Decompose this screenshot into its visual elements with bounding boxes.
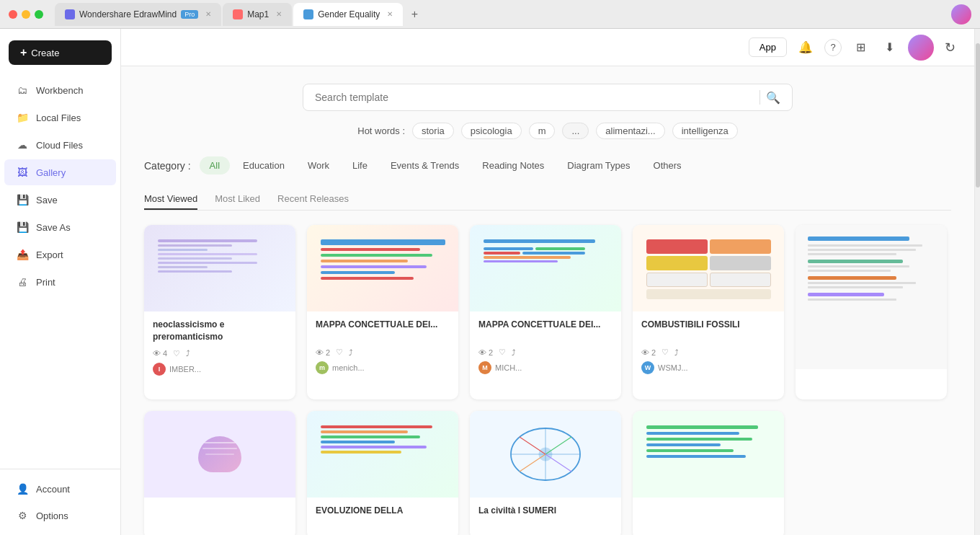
sidebar-item-export-label: Export bbox=[36, 249, 63, 260]
card-stats-2: 👁 2 ♡ ⤴ bbox=[316, 348, 353, 357]
sidebar-item-print[interactable]: 🖨 Print bbox=[4, 269, 116, 295]
category-others[interactable]: Others bbox=[643, 156, 692, 174]
card-stats-4: 👁 2 ♡ ⤴ bbox=[641, 348, 679, 357]
sidebar-item-save-as[interactable]: 💾 Save As bbox=[4, 214, 116, 240]
category-all[interactable]: All bbox=[200, 156, 230, 174]
create-button[interactable]: + Create bbox=[9, 40, 112, 65]
card-body-5 bbox=[796, 369, 947, 399]
gallery-main: 🔍 Hot words : storia psicologia m ... al… bbox=[121, 66, 974, 535]
author-name-2: menich... bbox=[332, 363, 365, 372]
refresh-icon[interactable]: ↻ bbox=[940, 37, 960, 58]
download-icon[interactable]: ⬇ bbox=[879, 37, 899, 58]
hot-word-m[interactable]: m bbox=[529, 123, 556, 139]
create-label: Create bbox=[31, 48, 59, 58]
card-thumbnail-2 bbox=[307, 225, 458, 311]
card-body-9 bbox=[633, 498, 784, 528]
card-thumbnail-4 bbox=[633, 225, 784, 311]
gallery-card-6[interactable] bbox=[144, 411, 295, 535]
grid-view-icon[interactable]: ⊞ bbox=[850, 37, 870, 58]
minimize-button[interactable] bbox=[22, 10, 30, 19]
sidebar-item-export[interactable]: 📤 Export bbox=[4, 242, 116, 268]
like-icon-3[interactable]: ♡ bbox=[499, 348, 506, 357]
hot-word-storia[interactable]: storia bbox=[412, 123, 454, 139]
like-icon-2[interactable]: ♡ bbox=[336, 348, 343, 357]
category-education[interactable]: Education bbox=[233, 156, 295, 174]
tab-close-icon[interactable]: ✕ bbox=[276, 10, 282, 18]
card-thumbnail-8 bbox=[470, 411, 621, 498]
gallery-card-2[interactable]: MAPPA CONCETTUALE DEI... 👁 2 ♡ ⤴ bbox=[307, 225, 458, 399]
card-author-4: W WSMJ... bbox=[641, 361, 775, 374]
tab-close-icon[interactable]: ✕ bbox=[205, 10, 211, 18]
sidebar-item-save[interactable]: 💾 Save bbox=[4, 187, 116, 213]
sidebar-item-workbench[interactable]: 🗂 Workbench bbox=[4, 77, 116, 103]
share-icon-3[interactable]: ⤴ bbox=[512, 348, 516, 357]
gallery-card-8[interactable]: La civiltà I SUMERI bbox=[470, 411, 621, 535]
gallery-card-7[interactable]: EVOLUZIONE DELLA bbox=[307, 411, 458, 535]
tab-gender-label: Gender Equality bbox=[318, 9, 380, 19]
sidebar-item-gallery-label: Gallery bbox=[36, 167, 66, 178]
plus-icon: + bbox=[20, 46, 27, 59]
card-author-3: M MICH... bbox=[478, 361, 612, 374]
share-icon-1[interactable]: ⤴ bbox=[186, 349, 190, 358]
card-title-1: neoclassicismo e preromanticismo bbox=[153, 319, 287, 343]
add-tab-button[interactable]: + bbox=[404, 4, 424, 25]
sort-most-viewed[interactable]: Most Viewed bbox=[144, 189, 197, 210]
hot-word-intelligenza[interactable]: intelligenza bbox=[672, 123, 738, 139]
tab-gender[interactable]: Gender Equality ✕ bbox=[293, 3, 403, 26]
topbar-avatar[interactable] bbox=[908, 35, 934, 61]
sidebar-item-local-files[interactable]: 📁 Local Files bbox=[4, 105, 116, 131]
card-title-6 bbox=[153, 505, 287, 516]
like-icon-4[interactable]: ♡ bbox=[662, 348, 669, 357]
card-body-6 bbox=[144, 498, 295, 528]
notifications-icon[interactable]: 🔔 bbox=[796, 37, 816, 58]
search-input[interactable] bbox=[315, 92, 754, 103]
category-label: Category : bbox=[144, 160, 191, 172]
app-body: + Create 🗂 Workbench 📁 Local Files ☁ Clo… bbox=[0, 29, 980, 535]
gallery-card-9[interactable] bbox=[633, 411, 784, 535]
share-icon-4[interactable]: ⤴ bbox=[674, 348, 679, 357]
category-work[interactable]: Work bbox=[298, 156, 339, 174]
hot-word-alimentazi[interactable]: alimentazi... bbox=[596, 123, 664, 139]
tab-close-icon[interactable]: ✕ bbox=[387, 10, 393, 18]
export-icon: 📤 bbox=[16, 248, 29, 261]
gallery-card-4[interactable]: COMBUSTIBILI FOSSILI 👁 2 ♡ ⤴ bbox=[633, 225, 784, 399]
sidebar-item-account[interactable]: 👤 Account bbox=[4, 476, 116, 502]
sidebar-item-options[interactable]: ⚙ Options bbox=[4, 503, 116, 529]
user-avatar[interactable] bbox=[951, 4, 971, 25]
category-life[interactable]: Life bbox=[342, 156, 378, 174]
category-reading[interactable]: Reading Notes bbox=[472, 156, 554, 174]
hot-word-ellipsis[interactable]: ... bbox=[562, 123, 589, 139]
tab-map1-label: Map1 bbox=[247, 9, 269, 19]
share-icon-2[interactable]: ⤴ bbox=[349, 348, 353, 357]
gallery-card-3[interactable]: MAPPA CONCETTUALE DEI... 👁 2 ♡ ⤴ bbox=[470, 225, 621, 399]
svg-line-4 bbox=[545, 437, 571, 454]
like-icon-1[interactable]: ♡ bbox=[173, 349, 180, 358]
card-thumbnail-9 bbox=[633, 411, 784, 498]
sidebar-item-options-label: Options bbox=[36, 510, 68, 521]
card-title-4: COMBUSTIBILI FOSSILI bbox=[641, 319, 775, 342]
scrollbar-thumb[interactable] bbox=[976, 43, 980, 187]
local-files-icon: 📁 bbox=[16, 111, 29, 124]
sort-recent[interactable]: Recent Releases bbox=[277, 189, 349, 210]
gallery-icon: 🖼 bbox=[16, 166, 29, 179]
help-icon[interactable]: ? bbox=[824, 39, 842, 56]
sidebar-item-gallery[interactable]: 🖼 Gallery bbox=[4, 159, 116, 185]
tab-edrawmind[interactable]: Wondershare EdrawMind Pro ✕ bbox=[55, 3, 221, 26]
card-author-2: m menich... bbox=[316, 361, 450, 374]
hot-word-psicologia[interactable]: psicologia bbox=[461, 123, 522, 139]
right-panel: App 🔔 ? ⊞ ⬇ ↻ 🔍 Hot words : bbox=[121, 29, 974, 535]
close-button[interactable] bbox=[9, 10, 17, 19]
sort-most-liked[interactable]: Most Liked bbox=[215, 189, 260, 210]
category-bar: Category : All Education Work Life Event… bbox=[144, 156, 951, 174]
hot-words-bar: Hot words : storia psicologia m ... alim… bbox=[144, 123, 951, 139]
app-button[interactable]: App bbox=[749, 37, 787, 57]
maximize-button[interactable] bbox=[35, 10, 43, 19]
tab-map1[interactable]: Map1 ✕ bbox=[223, 3, 292, 26]
sidebar-item-cloud-files[interactable]: ☁ Cloud Files bbox=[4, 132, 116, 158]
search-icon[interactable]: 🔍 bbox=[766, 91, 780, 105]
category-events[interactable]: Events & Trends bbox=[380, 156, 469, 174]
category-diagram[interactable]: Diagram Types bbox=[557, 156, 640, 174]
card-views-3: 👁 2 bbox=[478, 348, 493, 357]
gallery-card-1[interactable]: neoclassicismo e preromanticismo 👁 4 ♡ ⤴ bbox=[144, 225, 295, 399]
gallery-card-5[interactable] bbox=[796, 225, 947, 399]
